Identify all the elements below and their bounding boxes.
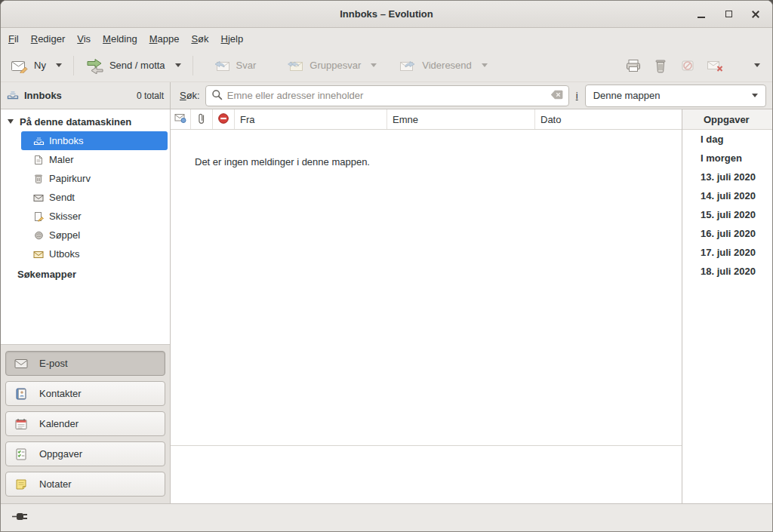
- not-junk-button[interactable]: [701, 54, 728, 78]
- titlebar[interactable]: Innboks – Evolution: [1, 1, 772, 28]
- group-reply-dropdown-button[interactable]: [366, 57, 381, 73]
- menu-vis[interactable]: Vis: [71, 30, 97, 48]
- menu-sok[interactable]: Søk: [185, 30, 214, 48]
- trash-icon: [651, 58, 670, 73]
- forward-dropdown-button[interactable]: [477, 57, 492, 73]
- sidebar-item-skisser[interactable]: Skisser: [1, 207, 170, 226]
- chevron-down-icon: [752, 94, 758, 97]
- group-reply-button[interactable]: Gruppesvar: [281, 54, 366, 77]
- column-priority[interactable]: [213, 109, 235, 129]
- preview-pane-splitter[interactable]: [171, 445, 682, 446]
- task-date-row[interactable]: I morgen: [682, 149, 772, 168]
- chevron-down-icon: [371, 63, 377, 67]
- task-date-row[interactable]: 13. juli 2020: [682, 168, 772, 186]
- close-button[interactable]: [748, 7, 763, 22]
- search-input[interactable]: [227, 90, 550, 101]
- sidebar-item-soppel[interactable]: Søppel: [1, 226, 170, 244]
- task-date-row[interactable]: I dag: [682, 130, 772, 149]
- task-date-row[interactable]: 14. juli 2020: [682, 186, 772, 205]
- switcher-contacts-button[interactable]: Kontakter: [5, 381, 165, 406]
- column-attachment[interactable]: [191, 109, 213, 129]
- switcher-label: Oppgaver: [39, 448, 82, 460]
- column-fra[interactable]: Fra: [235, 109, 387, 129]
- trash-folder-icon: [32, 174, 45, 184]
- search-label: Søk:: [180, 90, 200, 101]
- sidebar-item-maler[interactable]: Maler: [1, 150, 170, 169]
- search-scope-dropdown[interactable]: Denne mappen: [585, 85, 766, 107]
- folder-label: Maler: [49, 154, 74, 165]
- maximize-button[interactable]: [721, 7, 736, 22]
- minimize-button[interactable]: [694, 7, 709, 22]
- switcher-tasks-button[interactable]: Oppgaver: [5, 441, 165, 466]
- menu-rediger[interactable]: Rediger: [25, 30, 72, 48]
- column-header-label: Fra: [240, 114, 255, 125]
- forward-button[interactable]: Videresend: [393, 54, 477, 77]
- folder-tree: På denne datamaskinen Innboks Maler: [1, 109, 170, 344]
- main-area: På denne datamaskinen Innboks Maler: [1, 109, 772, 503]
- statusbar: [1, 503, 772, 531]
- menu-fil[interactable]: Fil: [2, 30, 25, 48]
- memos-icon: [14, 478, 28, 490]
- tasks-panel: Oppgaver I dag I morgen 13. juli 2020 14…: [682, 109, 772, 503]
- task-date-row[interactable]: 15. juli 2020: [682, 205, 772, 224]
- priority-icon: [217, 112, 229, 127]
- group-reply-label: Gruppesvar: [310, 60, 361, 71]
- folder-label: Papirkurv: [49, 173, 91, 184]
- switcher-calendar-button[interactable]: Kalender: [5, 411, 165, 436]
- new-message-dropdown-button[interactable]: [51, 57, 66, 73]
- window-title: Innboks – Evolution: [340, 8, 433, 20]
- forward-label: Videresend: [422, 60, 472, 71]
- sidebar: På denne datamaskinen Innboks Maler: [1, 109, 171, 503]
- task-date-row[interactable]: 17. juli 2020: [682, 243, 772, 262]
- sidebar-item-papirkurv[interactable]: Papirkurv: [1, 169, 170, 188]
- sidebar-item-sokemapper[interactable]: Søkemapper: [1, 264, 170, 284]
- new-message-label: Ny: [34, 60, 46, 71]
- sidebar-item-utboks[interactable]: Utboks: [1, 244, 170, 263]
- column-header-label: Dato: [540, 114, 561, 125]
- send-receive-button[interactable]: Send / motta: [81, 54, 171, 78]
- menu-melding[interactable]: Melding: [97, 30, 143, 48]
- evolution-window: Innboks – Evolution Fil Rediger Vis Meld…: [0, 0, 773, 532]
- expander-triangle-icon[interactable]: [8, 119, 14, 124]
- column-header-label: Emne: [393, 114, 418, 125]
- print-button[interactable]: [620, 54, 647, 78]
- menu-hjelp[interactable]: Hjelp: [215, 30, 250, 48]
- junk-button[interactable]: [674, 54, 701, 78]
- sent-icon: [32, 193, 45, 202]
- chevron-down-icon: [482, 63, 488, 67]
- tree-root-on-this-computer[interactable]: På denne datamaskinen: [1, 112, 170, 131]
- toolbar-separator: [73, 56, 74, 75]
- switcher-label: Notater: [39, 478, 72, 490]
- column-dato[interactable]: Dato: [535, 109, 682, 129]
- online-status-button[interactable]: [10, 510, 35, 525]
- menu-mappe[interactable]: Mappe: [143, 30, 186, 48]
- delete-button[interactable]: [647, 54, 674, 78]
- junk-folder-icon: [32, 231, 45, 240]
- folder-label: Innboks: [49, 135, 84, 146]
- send-receive-dropdown-button[interactable]: [171, 57, 186, 73]
- new-message-button[interactable]: Ny: [5, 54, 51, 77]
- column-message-status[interactable]: [171, 109, 191, 129]
- toolbar-overflow-button[interactable]: [750, 57, 765, 73]
- chevron-down-icon: [754, 63, 760, 67]
- sidebar-item-sendt[interactable]: Sendt: [1, 188, 170, 207]
- print-icon: [624, 58, 642, 73]
- toolbar-separator: [192, 56, 193, 75]
- task-date-row[interactable]: 16. juli 2020: [682, 224, 772, 243]
- column-emne[interactable]: Emne: [387, 109, 535, 129]
- task-date-row[interactable]: 18. juli 2020: [682, 262, 772, 281]
- tasks-panel-title: Oppgaver: [682, 109, 772, 130]
- sidebar-item-innboks[interactable]: Innboks: [21, 131, 168, 150]
- clear-search-icon[interactable]: [550, 90, 563, 102]
- current-folder-name: Innboks: [24, 90, 62, 101]
- send-receive-label: Send / motta: [109, 60, 165, 71]
- switcher-label: E-post: [39, 358, 68, 369]
- reply-button[interactable]: Svar: [208, 54, 262, 77]
- templates-icon: [32, 155, 45, 165]
- empty-folder-message: Det er ingen meldinger i denne mappen.: [195, 156, 682, 168]
- switcher-memos-button[interactable]: Notater: [5, 472, 165, 497]
- switcher-mail-button[interactable]: E-post: [5, 351, 165, 376]
- component-switcher: E-post Kontakter Kalender: [1, 344, 170, 503]
- drafts-icon: [32, 211, 45, 222]
- folder-label: Sendt: [49, 192, 75, 203]
